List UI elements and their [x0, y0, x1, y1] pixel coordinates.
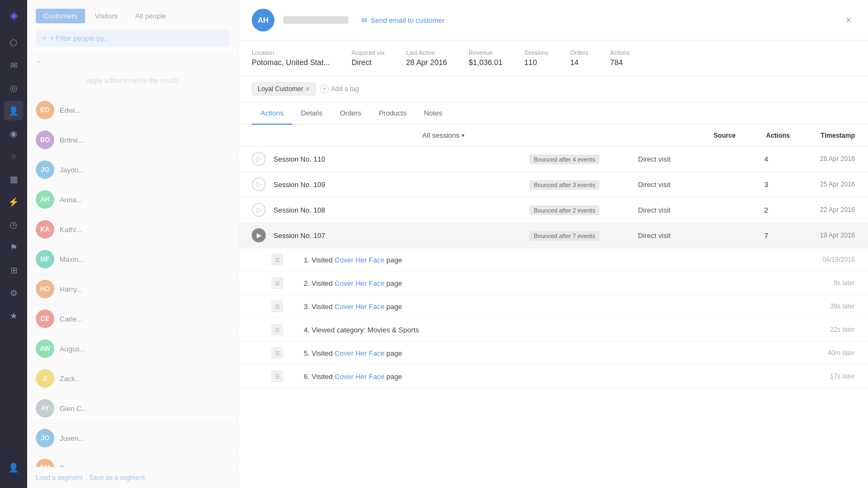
left-panel-bottom: Load a segment Save as a segment	[27, 467, 238, 488]
list-item[interactable]: Z Zack...	[27, 364, 238, 394]
stat-value: 110	[524, 58, 548, 67]
stat-value: 28 Apr 2016	[406, 58, 448, 67]
avatar: Z	[36, 369, 54, 388]
event-link[interactable]: Cover Her Face	[335, 349, 385, 357]
event-timestamp: 39s later	[579, 303, 855, 310]
event-link[interactable]: Cover Her Face	[335, 279, 385, 287]
plugin-icon[interactable]: ⊞	[4, 260, 23, 280]
session-filter-row: All sessions ▾ Source Actions Timestamp	[239, 125, 868, 146]
save-segment-link[interactable]: Save as a segment	[89, 474, 145, 481]
list-item[interactable]: EO Edwi...	[27, 95, 238, 125]
user-profile-icon[interactable]: 👤	[4, 458, 23, 477]
list-item[interactable]: CE Carle...	[27, 304, 238, 334]
chart-icon[interactable]: ▦	[4, 169, 23, 189]
event-link[interactable]: Cover Her Face	[335, 373, 385, 381]
event-text: 5. Visited Cover Her Face page	[304, 349, 579, 357]
tab-actions[interactable]: Actions	[252, 102, 292, 125]
session-toggle[interactable]: ▶	[252, 228, 266, 242]
event-text: 4. Viewed category: Movies & Sports	[304, 326, 579, 334]
list-item[interactable]: KA Kathr...	[27, 215, 238, 245]
campaigns-icon[interactable]: ◎	[4, 78, 23, 98]
settings-icon[interactable]: ⚙	[4, 283, 23, 303]
flag-icon[interactable]: ⚑	[4, 237, 23, 257]
people-icon[interactable]: 👤	[4, 101, 23, 120]
event-timestamp: 17s later	[579, 373, 855, 380]
list-item[interactable]: HO Harry...	[27, 274, 238, 304]
remove-tag-button[interactable]: ×	[305, 85, 310, 93]
arrow-up-indicator: ▲	[36, 58, 41, 64]
send-email-button[interactable]: ✉ Send email to customer	[361, 16, 445, 24]
list-item[interactable]: AW Augus...	[27, 334, 238, 364]
session-toggle[interactable]: ▷	[252, 203, 266, 217]
event-text: 3. Visited Cover Her Face page	[304, 303, 579, 311]
email-icon: ✉	[361, 16, 367, 24]
table-row[interactable]: ▷ Session No. 110 Bounced after 4 events…	[239, 146, 868, 172]
avatar: MF	[36, 250, 54, 268]
tab-visitors[interactable]: Visitors	[87, 9, 125, 23]
stat-item: Location Potomac, United Stat...	[252, 49, 330, 67]
event-row: ☰ 3. Visited Cover Her Face page 39s lat…	[239, 295, 868, 318]
avatar: AY	[36, 399, 54, 418]
stat-value: 14	[570, 58, 589, 67]
session-toggle[interactable]: ▷	[252, 152, 266, 166]
load-segment-link[interactable]: Load a segment	[36, 474, 82, 481]
session-name: Session No. 108	[273, 206, 529, 214]
avatar: JO	[36, 429, 54, 447]
tab-notes[interactable]: Notes	[415, 102, 451, 125]
tab-products[interactable]: Products	[370, 102, 415, 125]
list-item[interactable]: MF Maxin...	[27, 245, 238, 274]
bounce-badge-cell: Bounced after 3 events	[529, 179, 638, 190]
tag-label: Loyal Customer	[258, 85, 303, 93]
clock-icon[interactable]: ◷	[4, 215, 23, 234]
session-toggle[interactable]: ▷	[252, 177, 266, 191]
customer-name: Glen C...	[60, 404, 87, 413]
table-row[interactable]: ▷ Session No. 109 Bounced after 3 events…	[239, 172, 868, 197]
avatar: AW	[36, 339, 54, 358]
eye-icon[interactable]: ◉	[4, 124, 23, 143]
tab-details[interactable]: Details	[292, 102, 331, 125]
all-sessions-dropdown[interactable]: All sessions ▾	[422, 131, 464, 139]
add-tag-button[interactable]: + Add a tag	[320, 85, 359, 93]
avatar: HO	[36, 280, 54, 298]
event-page-icon: ☰	[271, 347, 283, 359]
tab-customers[interactable]: Customers	[36, 9, 85, 23]
activity-icon[interactable]: ○	[4, 146, 23, 166]
list-item[interactable]: DM Dona...	[27, 453, 238, 467]
event-link[interactable]: Cover Her Face	[335, 303, 385, 311]
close-button[interactable]: ×	[842, 14, 855, 27]
event-link[interactable]: Cover Her Face	[335, 256, 385, 264]
logo-icon[interactable]: ◈	[4, 5, 23, 25]
list-item[interactable]: JO Jaydo...	[27, 155, 238, 185]
list-item[interactable]: BO Britne...	[27, 125, 238, 155]
event-page-icon: ☰	[271, 277, 283, 289]
table-row[interactable]: ▶ Session No. 107 Bounced after 7 events…	[239, 223, 868, 248]
event-row: ☰ 2. Visited Cover Her Face page 8s late…	[239, 272, 868, 295]
bounce-badge-cell: Bounced after 2 events	[529, 205, 638, 215]
session-name: Session No. 107	[273, 232, 529, 240]
stat-label: Revenue	[469, 49, 502, 56]
bolt-icon[interactable]: ⚡	[4, 192, 23, 211]
customer-name: Juven...	[60, 434, 85, 442]
event-timestamp: 22s later	[579, 326, 855, 333]
actions-cell: 2	[719, 206, 774, 214]
table-row[interactable]: ▷ Session No. 108 Bounced after 2 events…	[239, 197, 868, 223]
list-item[interactable]: AY Glen C...	[27, 394, 238, 423]
actions-cell: 4	[719, 155, 774, 163]
customer-name: Harry...	[60, 285, 82, 293]
detail-panel: AH ✉ Send email to customer × Location P…	[239, 0, 868, 488]
analytics-icon[interactable]: ⬡	[4, 33, 23, 52]
filter-people-button[interactable]: + + Filter people by...	[36, 30, 229, 47]
stat-item: Acquired via Direct	[352, 49, 385, 67]
stat-item: Last Active 28 Apr 2016	[406, 49, 448, 67]
list-item[interactable]: AH Anna...	[27, 185, 238, 215]
stat-item: Orders 14	[570, 49, 589, 67]
mail-icon[interactable]: ✉	[4, 55, 23, 75]
customer-avatar: AH	[252, 9, 275, 31]
avatar: DM	[36, 459, 54, 467]
plus-icon: +	[42, 34, 47, 42]
star-icon[interactable]: ★	[4, 306, 23, 325]
tab-all-people[interactable]: All people	[127, 9, 174, 23]
list-item[interactable]: JO Juven...	[27, 423, 238, 453]
source-cell: Direct visit	[638, 181, 719, 189]
tab-orders[interactable]: Orders	[331, 102, 370, 125]
